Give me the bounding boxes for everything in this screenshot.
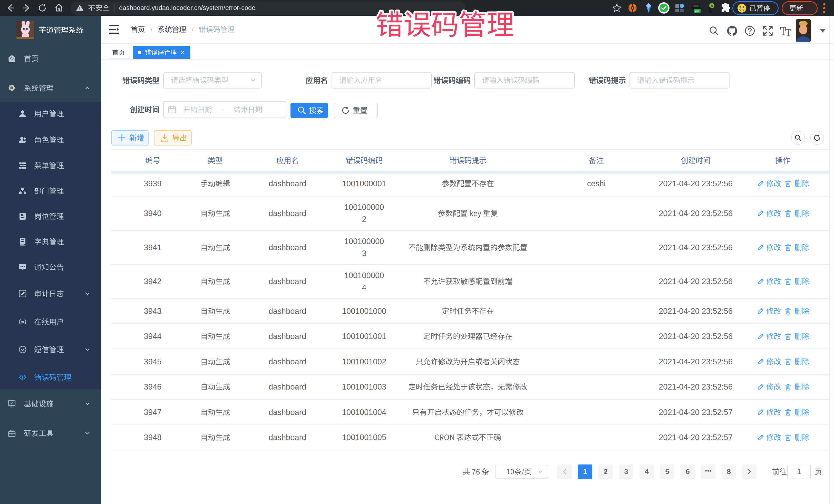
svg-text:on: on bbox=[695, 9, 699, 13]
